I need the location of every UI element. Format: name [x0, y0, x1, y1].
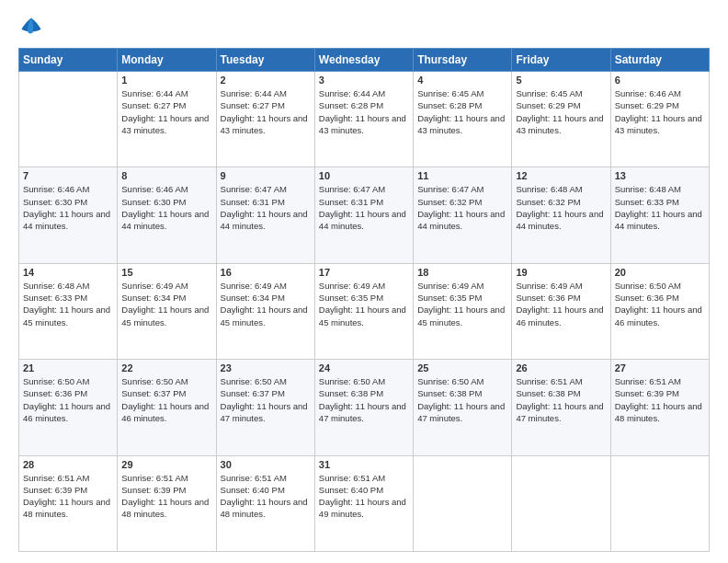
calendar-cell: 3Sunrise: 6:44 AMSunset: 6:28 PMDaylight… — [314, 72, 413, 167]
day-number: 22 — [121, 362, 211, 373]
calendar-cell: 9Sunrise: 6:47 AMSunset: 6:31 PMDaylight… — [216, 167, 314, 263]
day-number: 10 — [319, 170, 409, 181]
calendar-week-row: 28Sunrise: 6:51 AMSunset: 6:39 PMDayligh… — [19, 455, 710, 551]
day-info: Sunrise: 6:48 AMSunset: 6:32 PMDaylight:… — [516, 183, 606, 232]
calendar-cell — [512, 455, 610, 551]
day-number: 24 — [319, 362, 409, 373]
weekday-header: Friday — [512, 49, 610, 72]
calendar-cell: 20Sunrise: 6:50 AMSunset: 6:36 PMDayligh… — [610, 263, 709, 359]
day-number: 15 — [121, 267, 211, 278]
day-number: 20 — [615, 267, 705, 278]
day-info: Sunrise: 6:51 AMSunset: 6:39 PMDaylight:… — [23, 472, 113, 521]
calendar-cell: 2Sunrise: 6:44 AMSunset: 6:27 PMDaylight… — [216, 72, 314, 167]
calendar-cell: 25Sunrise: 6:50 AMSunset: 6:38 PMDayligh… — [414, 360, 512, 455]
calendar-cell: 19Sunrise: 6:49 AMSunset: 6:36 PMDayligh… — [512, 263, 610, 359]
weekday-header-row: SundayMondayTuesdayWednesdayThursdayFrid… — [19, 49, 710, 72]
calendar-cell: 29Sunrise: 6:51 AMSunset: 6:39 PMDayligh… — [118, 455, 216, 551]
day-info: Sunrise: 6:51 AMSunset: 6:39 PMDaylight:… — [615, 375, 705, 424]
weekday-header: Tuesday — [216, 49, 314, 72]
weekday-header: Saturday — [610, 49, 709, 72]
calendar-table: SundayMondayTuesdayWednesdayThursdayFrid… — [18, 48, 710, 552]
calendar-cell: 22Sunrise: 6:50 AMSunset: 6:37 PMDayligh… — [118, 360, 216, 455]
day-info: Sunrise: 6:49 AMSunset: 6:34 PMDaylight:… — [221, 280, 311, 328]
calendar-cell: 4Sunrise: 6:45 AMSunset: 6:28 PMDaylight… — [414, 72, 512, 167]
calendar-cell — [414, 455, 512, 551]
day-number: 14 — [23, 267, 113, 278]
calendar-cell: 10Sunrise: 6:47 AMSunset: 6:31 PMDayligh… — [314, 167, 413, 263]
day-number: 8 — [121, 170, 211, 181]
weekday-header: Monday — [118, 49, 216, 72]
day-info: Sunrise: 6:50 AMSunset: 6:37 PMDaylight:… — [221, 375, 311, 424]
day-number: 2 — [221, 75, 311, 86]
calendar-cell: 21Sunrise: 6:50 AMSunset: 6:36 PMDayligh… — [19, 360, 118, 455]
day-number: 30 — [221, 459, 311, 470]
day-number: 7 — [23, 170, 113, 181]
day-number: 27 — [615, 362, 705, 373]
weekday-header: Wednesday — [314, 49, 413, 72]
logo — [18, 15, 48, 40]
day-info: Sunrise: 6:47 AMSunset: 6:31 PMDaylight:… — [319, 183, 409, 232]
calendar-week-row: 7Sunrise: 6:46 AMSunset: 6:30 PMDaylight… — [19, 167, 710, 263]
day-number: 1 — [121, 75, 211, 86]
calendar-cell: 30Sunrise: 6:51 AMSunset: 6:40 PMDayligh… — [216, 455, 314, 551]
day-info: Sunrise: 6:51 AMSunset: 6:38 PMDaylight:… — [516, 375, 606, 424]
day-info: Sunrise: 6:50 AMSunset: 6:38 PMDaylight:… — [417, 375, 507, 424]
day-number: 31 — [319, 459, 409, 470]
calendar-cell: 14Sunrise: 6:48 AMSunset: 6:33 PMDayligh… — [19, 263, 118, 359]
day-number: 16 — [221, 267, 311, 278]
day-number: 6 — [615, 75, 705, 86]
day-info: Sunrise: 6:44 AMSunset: 6:28 PMDaylight:… — [319, 87, 409, 136]
day-info: Sunrise: 6:51 AMSunset: 6:40 PMDaylight:… — [319, 472, 409, 521]
day-number: 26 — [516, 362, 606, 373]
calendar-cell: 26Sunrise: 6:51 AMSunset: 6:38 PMDayligh… — [512, 360, 610, 455]
calendar-cell: 13Sunrise: 6:48 AMSunset: 6:33 PMDayligh… — [610, 167, 709, 263]
day-number: 25 — [417, 362, 507, 373]
day-info: Sunrise: 6:51 AMSunset: 6:40 PMDaylight:… — [221, 472, 311, 521]
calendar-cell: 23Sunrise: 6:50 AMSunset: 6:37 PMDayligh… — [216, 360, 314, 455]
calendar-cell: 16Sunrise: 6:49 AMSunset: 6:34 PMDayligh… — [216, 263, 314, 359]
day-info: Sunrise: 6:48 AMSunset: 6:33 PMDaylight:… — [23, 280, 113, 328]
day-info: Sunrise: 6:46 AMSunset: 6:29 PMDaylight:… — [615, 87, 705, 136]
day-number: 12 — [516, 170, 606, 181]
day-number: 28 — [23, 459, 113, 470]
day-number: 19 — [516, 267, 606, 278]
day-number: 5 — [516, 75, 606, 86]
day-number: 13 — [615, 170, 705, 181]
calendar-cell: 18Sunrise: 6:49 AMSunset: 6:35 PMDayligh… — [414, 263, 512, 359]
day-number: 3 — [319, 75, 409, 86]
day-info: Sunrise: 6:51 AMSunset: 6:39 PMDaylight:… — [121, 472, 211, 521]
day-info: Sunrise: 6:45 AMSunset: 6:28 PMDaylight:… — [417, 87, 507, 136]
day-info: Sunrise: 6:44 AMSunset: 6:27 PMDaylight:… — [221, 87, 311, 136]
day-info: Sunrise: 6:50 AMSunset: 6:38 PMDaylight:… — [319, 375, 409, 424]
calendar-cell — [610, 455, 709, 551]
calendar-cell: 12Sunrise: 6:48 AMSunset: 6:32 PMDayligh… — [512, 167, 610, 263]
day-info: Sunrise: 6:46 AMSunset: 6:30 PMDaylight:… — [121, 183, 211, 232]
day-number: 9 — [221, 170, 311, 181]
day-number: 4 — [417, 75, 507, 86]
day-number: 21 — [23, 362, 113, 373]
calendar-week-row: 1Sunrise: 6:44 AMSunset: 6:27 PMDaylight… — [19, 72, 710, 167]
day-info: Sunrise: 6:49 AMSunset: 6:34 PMDaylight:… — [121, 280, 211, 328]
calendar-cell: 31Sunrise: 6:51 AMSunset: 6:40 PMDayligh… — [314, 455, 413, 551]
calendar-cell: 24Sunrise: 6:50 AMSunset: 6:38 PMDayligh… — [314, 360, 413, 455]
day-info: Sunrise: 6:49 AMSunset: 6:35 PMDaylight:… — [319, 280, 409, 328]
calendar-week-row: 14Sunrise: 6:48 AMSunset: 6:33 PMDayligh… — [19, 263, 710, 359]
page: SundayMondayTuesdayWednesdayThursdayFrid… — [0, 0, 728, 563]
day-number: 18 — [417, 267, 507, 278]
day-info: Sunrise: 6:47 AMSunset: 6:31 PMDaylight:… — [221, 183, 311, 232]
calendar-cell: 7Sunrise: 6:46 AMSunset: 6:30 PMDaylight… — [19, 167, 118, 263]
day-number: 29 — [121, 459, 211, 470]
calendar-cell: 27Sunrise: 6:51 AMSunset: 6:39 PMDayligh… — [610, 360, 709, 455]
day-info: Sunrise: 6:49 AMSunset: 6:36 PMDaylight:… — [516, 280, 606, 328]
day-info: Sunrise: 6:44 AMSunset: 6:27 PMDaylight:… — [121, 87, 211, 136]
day-number: 11 — [417, 170, 507, 181]
day-info: Sunrise: 6:50 AMSunset: 6:37 PMDaylight:… — [121, 375, 211, 424]
calendar-cell: 11Sunrise: 6:47 AMSunset: 6:32 PMDayligh… — [414, 167, 512, 263]
day-number: 17 — [319, 267, 409, 278]
calendar-cell: 8Sunrise: 6:46 AMSunset: 6:30 PMDaylight… — [118, 167, 216, 263]
day-info: Sunrise: 6:50 AMSunset: 6:36 PMDaylight:… — [615, 280, 705, 328]
calendar-cell: 5Sunrise: 6:45 AMSunset: 6:29 PMDaylight… — [512, 72, 610, 167]
day-info: Sunrise: 6:48 AMSunset: 6:33 PMDaylight:… — [615, 183, 705, 232]
calendar-cell — [19, 72, 118, 167]
calendar-cell: 17Sunrise: 6:49 AMSunset: 6:35 PMDayligh… — [314, 263, 413, 359]
